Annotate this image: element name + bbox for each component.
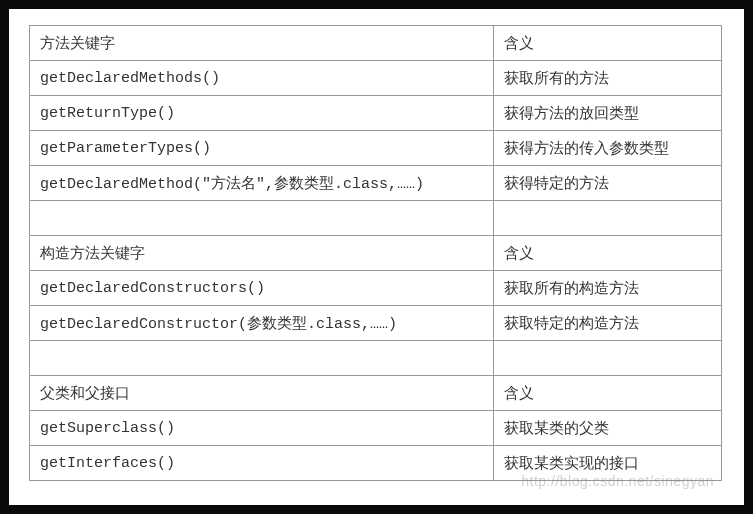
section3-header-left: 父类和父接口 xyxy=(30,376,494,411)
table-row: getDeclaredMethods() 获取所有的方法 xyxy=(30,61,722,96)
section2-header-right: 含义 xyxy=(494,236,722,271)
outer-frame: 方法关键字 含义 getDeclaredMethods() 获取所有的方法 ge… xyxy=(0,0,753,514)
document-panel: 方法关键字 含义 getDeclaredMethods() 获取所有的方法 ge… xyxy=(9,9,744,505)
constructor-keyword-cell: getDeclaredConstructor(参数类型.class,……) xyxy=(30,306,494,341)
table-row-empty xyxy=(30,201,722,236)
section1-header-left: 方法关键字 xyxy=(30,26,494,61)
meaning-cell: 获得特定的方法 xyxy=(494,166,722,201)
table-row: 父类和父接口 含义 xyxy=(30,376,722,411)
meaning-cell: 获取某类实现的接口 xyxy=(494,446,722,481)
empty-cell xyxy=(494,201,722,236)
parent-keyword-cell: getSuperclass() xyxy=(30,411,494,446)
parent-keyword-cell: getInterfaces() xyxy=(30,446,494,481)
method-keyword-cell: getParameterTypes() xyxy=(30,131,494,166)
table-row: getInterfaces() 获取某类实现的接口 xyxy=(30,446,722,481)
method-keyword-cell: getReturnType() xyxy=(30,96,494,131)
section2-header-left: 构造方法关键字 xyxy=(30,236,494,271)
table-row: getDeclaredMethod("方法名",参数类型.class,……) 获… xyxy=(30,166,722,201)
reflection-api-table: 方法关键字 含义 getDeclaredMethods() 获取所有的方法 ge… xyxy=(29,25,722,481)
meaning-cell: 获得方法的放回类型 xyxy=(494,96,722,131)
table-row: 构造方法关键字 含义 xyxy=(30,236,722,271)
section3-header-right: 含义 xyxy=(494,376,722,411)
table-row: getParameterTypes() 获得方法的传入参数类型 xyxy=(30,131,722,166)
table-row: getReturnType() 获得方法的放回类型 xyxy=(30,96,722,131)
meaning-cell: 获取所有的方法 xyxy=(494,61,722,96)
section1-header-right: 含义 xyxy=(494,26,722,61)
method-keyword-cell: getDeclaredMethod("方法名",参数类型.class,……) xyxy=(30,166,494,201)
meaning-cell: 获取特定的构造方法 xyxy=(494,306,722,341)
meaning-cell: 获取某类的父类 xyxy=(494,411,722,446)
empty-cell xyxy=(30,201,494,236)
constructor-keyword-cell: getDeclaredConstructors() xyxy=(30,271,494,306)
table-row: getDeclaredConstructor(参数类型.class,……) 获取… xyxy=(30,306,722,341)
table-row: getSuperclass() 获取某类的父类 xyxy=(30,411,722,446)
meaning-cell: 获取所有的构造方法 xyxy=(494,271,722,306)
method-keyword-cell: getDeclaredMethods() xyxy=(30,61,494,96)
empty-cell xyxy=(494,341,722,376)
table-row: 方法关键字 含义 xyxy=(30,26,722,61)
meaning-cell: 获得方法的传入参数类型 xyxy=(494,131,722,166)
empty-cell xyxy=(30,341,494,376)
table-row: getDeclaredConstructors() 获取所有的构造方法 xyxy=(30,271,722,306)
table-row-empty xyxy=(30,341,722,376)
